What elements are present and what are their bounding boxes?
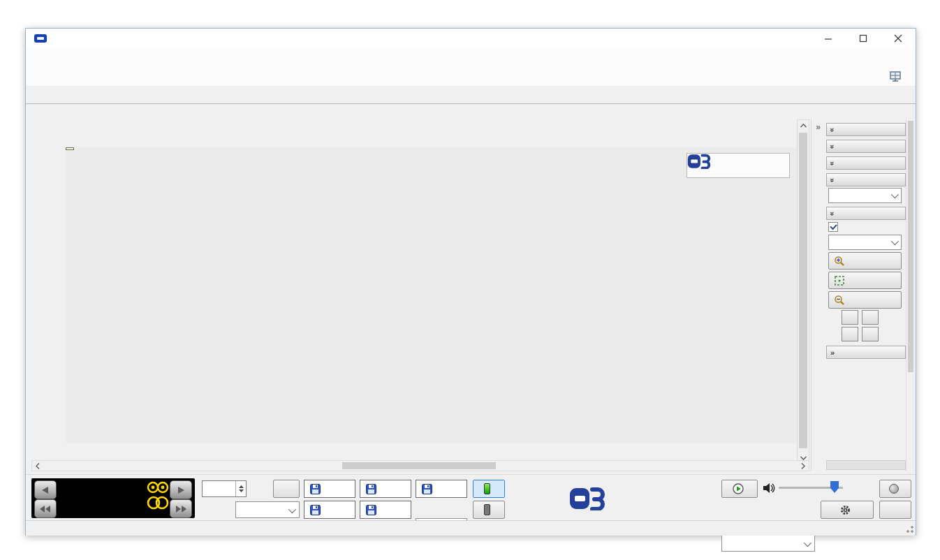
center-button[interactable] bbox=[828, 272, 902, 289]
status-bar bbox=[26, 520, 916, 536]
chart-hscroll-thumb[interactable] bbox=[342, 462, 496, 469]
zoom-in-icon bbox=[834, 256, 845, 267]
floppy-icon bbox=[366, 505, 376, 515]
deva-logo bbox=[519, 482, 659, 515]
chevron-double-down-icon: » bbox=[828, 144, 837, 148]
auto-fit-checkbox[interactable] bbox=[826, 220, 906, 233]
deva-emblem-icon bbox=[687, 154, 711, 169]
rec-button[interactable] bbox=[879, 480, 911, 498]
replay-button[interactable] bbox=[879, 501, 911, 519]
stereo-pilot-icons bbox=[145, 480, 171, 513]
preset-button-5[interactable] bbox=[360, 501, 411, 519]
preset-button-1[interactable] bbox=[304, 480, 355, 498]
marker-y-balloon bbox=[66, 147, 74, 150]
markers-header[interactable]: » bbox=[826, 140, 906, 153]
sidebar-collapse-strip: » bbox=[811, 119, 825, 471]
menu-bar bbox=[26, 48, 916, 67]
scroll-right-icon[interactable] bbox=[798, 461, 809, 471]
vertical-scale-select[interactable] bbox=[828, 188, 902, 203]
chart-plot[interactable] bbox=[66, 147, 797, 443]
vertical-scale-header[interactable]: » bbox=[826, 173, 906, 186]
seek-up-button[interactable] bbox=[170, 499, 192, 518]
chevron-down-icon bbox=[804, 539, 812, 547]
zoom-control-header[interactable]: » bbox=[826, 207, 906, 220]
collapse-panel-button[interactable]: » bbox=[812, 121, 824, 133]
close-button[interactable] bbox=[881, 29, 916, 48]
app-window: » » » » » » bbox=[25, 28, 916, 536]
represent-header[interactable]: » bbox=[826, 123, 906, 136]
zoom-preset-select[interactable] bbox=[828, 235, 902, 250]
panel-horizontal-scrollbar[interactable] bbox=[826, 460, 906, 470]
resize-grip[interactable] bbox=[904, 524, 914, 533]
audio-settings-button[interactable] bbox=[821, 501, 874, 519]
y-span-minus-button[interactable] bbox=[842, 327, 858, 341]
print-header[interactable]: » bbox=[826, 346, 906, 359]
sound-driver-select[interactable] bbox=[721, 535, 815, 552]
info-line-header[interactable]: » bbox=[826, 156, 906, 170]
control-panel: » » » » » bbox=[826, 119, 906, 460]
chevron-double-down-icon: » bbox=[828, 211, 837, 215]
chevron-double-down-icon: » bbox=[828, 161, 837, 165]
gear-icon bbox=[840, 505, 851, 515]
toolbar bbox=[26, 66, 916, 87]
spin-down-icon bbox=[239, 489, 244, 492]
ant-toggle-button[interactable] bbox=[473, 480, 505, 498]
tune-up-button[interactable] bbox=[170, 480, 192, 499]
floppy-icon bbox=[422, 484, 432, 494]
maximize-button[interactable] bbox=[846, 29, 881, 48]
preset-button-2[interactable] bbox=[360, 480, 411, 498]
zoom-out-button[interactable] bbox=[828, 291, 902, 309]
floppy-icon bbox=[310, 505, 321, 515]
floppy-icon bbox=[310, 484, 321, 494]
panel-vertical-scrollbar[interactable] bbox=[906, 119, 915, 471]
chart-brand-logo bbox=[686, 153, 790, 178]
chart-vertical-scrollbar[interactable] bbox=[797, 119, 809, 464]
chart-vscroll-thumb[interactable] bbox=[799, 133, 807, 448]
zoom-out-icon bbox=[834, 295, 845, 306]
floppy-icon bbox=[366, 484, 376, 494]
scroll-up-icon[interactable] bbox=[798, 120, 809, 131]
tune-down-button[interactable] bbox=[34, 480, 57, 499]
mpx-toggle-button[interactable] bbox=[473, 501, 505, 519]
play-icon bbox=[733, 483, 744, 494]
mpx-led-icon bbox=[484, 504, 490, 515]
frequency-lcd bbox=[31, 478, 195, 518]
chart-horizontal-scrollbar[interactable] bbox=[31, 460, 809, 471]
chevron-double-down-icon: » bbox=[828, 127, 837, 131]
bottom-control-bar bbox=[26, 474, 916, 521]
play-button[interactable] bbox=[721, 480, 758, 498]
volume-slider-thumb[interactable] bbox=[830, 481, 839, 493]
frequency-spinner[interactable] bbox=[202, 480, 247, 497]
x-span-plus-button[interactable] bbox=[862, 310, 879, 325]
spinner-arrows[interactable] bbox=[235, 481, 246, 496]
scroll-left-icon[interactable] bbox=[32, 461, 43, 471]
app-icon bbox=[34, 34, 47, 43]
preset-button-3[interactable] bbox=[416, 480, 467, 498]
match-screen-button[interactable] bbox=[886, 69, 909, 84]
title-bar bbox=[26, 29, 916, 48]
ant-led-icon bbox=[484, 483, 490, 494]
chevron-down-icon bbox=[891, 191, 899, 198]
chevron-down-icon bbox=[891, 237, 899, 245]
center-icon bbox=[834, 275, 845, 286]
region-select[interactable] bbox=[235, 501, 300, 518]
match-screen-icon bbox=[890, 71, 902, 82]
mpx-content: » » » » » » bbox=[26, 104, 916, 474]
zoom-in-button[interactable] bbox=[828, 252, 902, 270]
speaker-icon bbox=[762, 481, 776, 495]
checkbox-icon bbox=[828, 222, 838, 232]
x-span-minus-button[interactable] bbox=[842, 310, 858, 325]
chevron-down-icon bbox=[288, 506, 296, 513]
y-span-plus-button[interactable] bbox=[862, 327, 879, 341]
minimize-button[interactable] bbox=[811, 29, 846, 48]
spin-up-icon bbox=[239, 485, 244, 488]
chevron-double-down-icon: » bbox=[828, 177, 837, 182]
preset-button-4[interactable] bbox=[304, 501, 355, 519]
panel-vscroll-thumb[interactable] bbox=[908, 121, 913, 372]
seek-down-button[interactable] bbox=[34, 499, 57, 518]
main-tab-bar bbox=[26, 86, 916, 104]
set-frequency-button[interactable] bbox=[273, 480, 300, 498]
chevron-double-right-icon: » bbox=[830, 348, 835, 357]
deva-emblem-icon bbox=[569, 487, 605, 510]
rec-led-icon bbox=[889, 484, 899, 494]
